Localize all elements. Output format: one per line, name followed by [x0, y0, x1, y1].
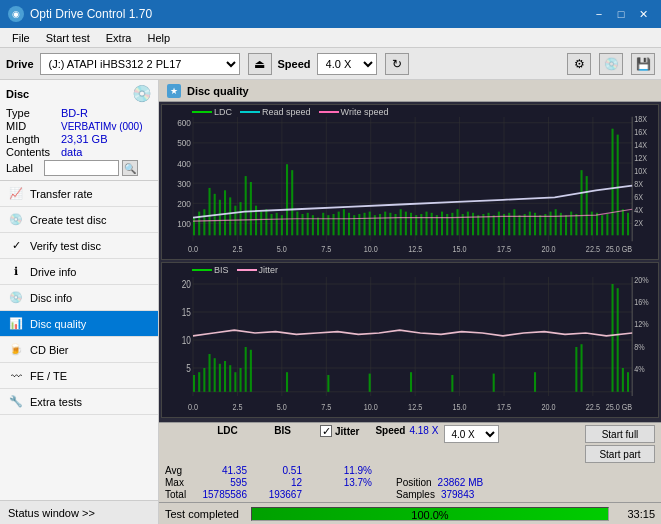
- nav-disc-quality[interactable]: 📊 Disc quality: [0, 311, 158, 337]
- svg-rect-173: [229, 365, 231, 392]
- eject-button[interactable]: ⏏: [248, 53, 272, 75]
- svg-text:15.0: 15.0: [453, 244, 468, 254]
- svg-text:100: 100: [177, 218, 191, 229]
- menu-start-test[interactable]: Start test: [38, 30, 98, 46]
- nav-extra-tests[interactable]: 🔧 Extra tests: [0, 389, 158, 415]
- legend-ldc: LDC: [192, 107, 232, 117]
- nav-create-test-disc[interactable]: 💿 Create test disc: [0, 207, 158, 233]
- legend-bis: BIS: [192, 265, 229, 275]
- svg-rect-123: [601, 215, 603, 235]
- app-title: Opti Drive Control 1.70: [30, 7, 152, 21]
- refresh-icon[interactable]: ↻: [385, 53, 409, 75]
- close-button[interactable]: ✕: [633, 5, 653, 23]
- svg-text:20: 20: [182, 278, 192, 291]
- svg-rect-170: [214, 358, 216, 392]
- svg-rect-62: [286, 164, 288, 235]
- samples-label: Samples: [396, 489, 435, 500]
- bottom-chart-svg: 20 15 10 5 20% 16% 12% 8% 4% 0.0 2.5 5.0…: [162, 263, 658, 417]
- titlebar-left: ◉ Opti Drive Control 1.70: [8, 6, 152, 22]
- svg-text:7.5: 7.5: [321, 244, 331, 254]
- disc-mid-row: MID VERBATIMv (000): [6, 120, 152, 132]
- svg-text:8X: 8X: [634, 179, 644, 189]
- menu-help[interactable]: Help: [139, 30, 178, 46]
- mid-field: MID: [6, 120, 61, 132]
- menu-file[interactable]: File: [4, 30, 38, 46]
- svg-rect-89: [426, 212, 428, 236]
- svg-rect-57: [260, 212, 262, 236]
- svg-text:2.5: 2.5: [232, 401, 242, 412]
- svg-rect-82: [389, 213, 391, 236]
- bottom-chart: BIS Jitter: [161, 262, 659, 418]
- nav-verify-test-disc-label: Verify test disc: [30, 240, 101, 252]
- svg-text:2.5: 2.5: [232, 244, 242, 254]
- svg-rect-180: [369, 374, 371, 392]
- save-icon[interactable]: 💾: [631, 53, 655, 75]
- svg-text:0.0: 0.0: [188, 401, 198, 412]
- minimize-button[interactable]: −: [589, 5, 609, 23]
- nav-transfer-rate[interactable]: 📈 Transfer rate: [0, 181, 158, 207]
- avg-jitter: 11.9%: [320, 465, 380, 476]
- svg-text:10X: 10X: [634, 166, 648, 176]
- svg-rect-120: [586, 176, 588, 235]
- mid-value: VERBATIMv (000): [61, 121, 143, 132]
- disc-length-row: Length 23,31 GB: [6, 133, 152, 145]
- menu-extra[interactable]: Extra: [98, 30, 140, 46]
- speed-combo-select[interactable]: 4.0 X: [444, 425, 499, 443]
- jitter-checkbox[interactable]: ✓: [320, 425, 332, 437]
- drive-select[interactable]: (J:) ATAPI iHBS312 2 PL17: [40, 53, 240, 75]
- svg-rect-68: [317, 218, 319, 236]
- length-field: Length: [6, 133, 61, 145]
- type-value: BD-R: [61, 107, 88, 119]
- speed-select-drive[interactable]: 4.0 X: [317, 53, 377, 75]
- start-full-button[interactable]: Start full: [585, 425, 655, 443]
- maximize-button[interactable]: □: [611, 5, 631, 23]
- nav-disc-info[interactable]: 💿 Disc info: [0, 285, 158, 311]
- nav-verify-test-disc[interactable]: ✓ Verify test disc: [0, 233, 158, 259]
- svg-rect-98: [472, 213, 474, 236]
- svg-rect-108: [524, 214, 526, 235]
- label-button[interactable]: 🔍: [122, 160, 138, 176]
- svg-rect-126: [617, 135, 619, 236]
- svg-text:20.0: 20.0: [541, 244, 556, 254]
- status-window-button[interactable]: Status window >>: [0, 500, 158, 524]
- svg-rect-71: [333, 214, 335, 235]
- svg-rect-90: [431, 213, 433, 236]
- nav-drive-info[interactable]: ℹ Drive info: [0, 259, 158, 285]
- svg-rect-63: [291, 170, 293, 235]
- disc-type-row: Type BD-R: [6, 107, 152, 119]
- disc-icon[interactable]: 💿: [599, 53, 623, 75]
- svg-text:5.0: 5.0: [277, 244, 288, 254]
- svg-rect-106: [513, 209, 515, 235]
- svg-text:400: 400: [177, 158, 191, 169]
- svg-rect-66: [307, 213, 309, 236]
- disc-quality-header-icon: ★: [167, 84, 181, 98]
- svg-text:15.0: 15.0: [453, 401, 467, 412]
- svg-rect-80: [379, 214, 381, 235]
- svg-rect-102: [493, 215, 495, 235]
- nav-fe-te-label: FE / TE: [30, 370, 67, 382]
- start-part-button[interactable]: Start part: [585, 445, 655, 463]
- svg-text:2X: 2X: [634, 218, 644, 228]
- svg-rect-78: [369, 212, 371, 236]
- svg-rect-61: [281, 215, 283, 235]
- svg-rect-169: [209, 354, 211, 392]
- nav-fe-te[interactable]: 〰 FE / TE: [0, 363, 158, 389]
- svg-rect-97: [467, 212, 469, 236]
- ldc-label: LDC: [214, 107, 232, 117]
- label-input[interactable]: [44, 160, 119, 176]
- avg-ldc: 41.35: [200, 465, 255, 476]
- disc-quality-header: ★ Disc quality: [159, 80, 661, 102]
- svg-rect-65: [302, 214, 304, 235]
- nav-cd-bier[interactable]: 🍺 CD Bier: [0, 337, 158, 363]
- avg-label: Avg: [165, 465, 200, 476]
- svg-rect-187: [612, 284, 614, 392]
- settings-icon[interactable]: ⚙: [567, 53, 591, 75]
- menubar: File Start test Extra Help: [0, 28, 661, 48]
- svg-text:14X: 14X: [634, 140, 648, 150]
- jitter-header: Jitter: [335, 426, 359, 437]
- svg-rect-58: [265, 209, 267, 235]
- content-area: ★ Disc quality LDC Read speed: [159, 80, 661, 524]
- position-label: Position: [396, 477, 432, 488]
- svg-text:17.5: 17.5: [497, 401, 511, 412]
- max-jitter: 13.7%: [320, 477, 380, 488]
